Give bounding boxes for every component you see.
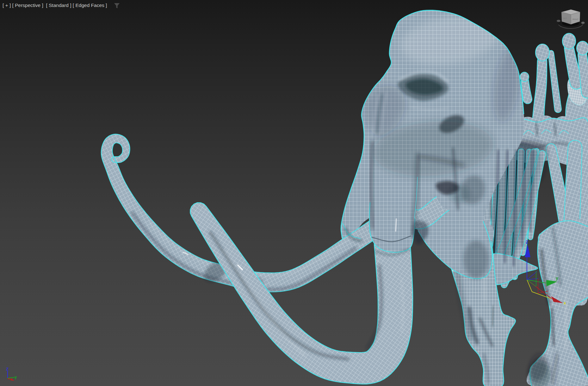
svg-text:Z: Z	[6, 367, 9, 371]
svg-text:BOT: BOT	[563, 17, 567, 19]
svg-text:x: x	[564, 301, 566, 305]
svg-text:RIGHT: RIGHT	[573, 18, 579, 20]
svg-text:Z: Z	[526, 240, 529, 245]
svg-text:[ + ] [ Perspective ] [ Stand: [ + ] [ Perspective ] [ Standard ] [ Edg…	[3, 3, 107, 8]
svg-text:x: x	[10, 377, 13, 382]
svg-text:y: y	[15, 375, 17, 379]
svg-text:y: y	[556, 276, 558, 281]
